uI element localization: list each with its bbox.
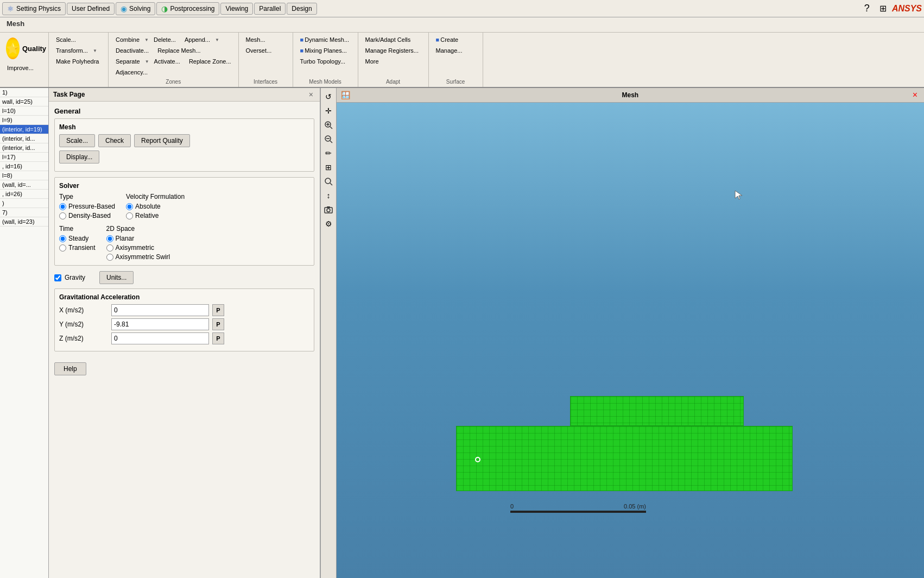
scale-btn[interactable]: Scale... [59,134,95,147]
sidebar-item-9[interactable]: l=8) [0,171,48,180]
x-input[interactable] [111,304,209,316]
make-polyhedra-ribbon-btn[interactable]: Make Polyhedra [52,56,103,66]
mark-adapt-ribbon-btn[interactable]: Mark/Adapt Cells [362,35,425,45]
zoom-out-tool-btn[interactable] [322,133,335,146]
replace-zone-ribbon-btn[interactable]: Replace Zone... [185,56,235,66]
scale-bar-right: 0.05 (m) [624,503,646,510]
append-ribbon-btn[interactable]: Append... [181,35,214,45]
adapt-group-title: Adapt [362,78,425,85]
pressure-based-radio[interactable] [59,203,66,210]
axisymmetric-swirl-radio[interactable] [106,254,113,261]
steady-label: Steady [68,235,88,242]
transient-radio[interactable] [59,244,66,252]
camera-tool-btn[interactable] [322,203,335,216]
units-btn[interactable]: Units... [99,271,134,284]
refresh-tool-btn[interactable]: ↺ [322,90,335,103]
replace-mesh-ribbon-btn[interactable]: Replace Mesh... [154,46,204,55]
user-defined-btn[interactable]: User Defined [67,3,115,15]
help-icon[interactable]: ? [860,3,874,14]
more-ribbon-btn[interactable]: More [362,56,425,66]
planar-radio[interactable] [106,235,113,242]
create-ribbon-btn[interactable]: ■ Create [432,35,479,45]
mesh-viewport-header: 🪟 Mesh × [337,88,924,103]
sidebar-item-0[interactable]: 1) [0,88,48,97]
x-p-btn[interactable]: P [212,304,224,316]
report-quality-btn[interactable]: Report Quality [134,134,190,147]
axisymmetric-radio[interactable] [106,244,113,252]
sidebar-item-6[interactable]: (interior, id... [0,143,48,153]
help-btn[interactable]: Help [54,362,86,375]
mixing-planes-ribbon-btn[interactable]: ■ Mixing Planes... [296,46,355,55]
gravity-checkbox[interactable] [54,274,61,281]
sidebar-item-3[interactable]: l=9) [0,116,48,125]
append-label: Append... [185,36,210,43]
sidebar-item-14[interactable]: (wall, id=23) [0,217,48,227]
density-based-radio[interactable] [59,212,66,219]
design-btn[interactable]: Design [287,3,317,15]
absolute-row: Absolute [126,203,185,210]
setting-physics-btn[interactable]: ⚛ Setting Physics [2,2,66,15]
solving-btn[interactable]: ◉ Solving [116,2,155,15]
manage-ribbon-btn[interactable]: Manage... [432,46,479,55]
mesh-sub-ribbon-btn[interactable]: Mesh... [242,35,289,45]
y-p-btn[interactable]: P [212,318,224,330]
settings-tool-btn[interactable]: ⚙ [322,217,335,230]
sidebar-item-4[interactable]: (interior, id=19) [0,125,48,134]
sidebar-item-12[interactable]: ) [0,199,48,208]
manage-registers-ribbon-btn[interactable]: Manage Registers... [362,46,425,55]
time-col: Time Steady Transient [59,225,96,261]
space-2d-group: Planar Axisymmetric Axisymmetric Swirl [106,235,170,261]
steady-radio[interactable] [59,235,66,242]
parallel-btn[interactable]: Parallel [254,3,286,15]
quality-ribbon-btn[interactable]: ⭐ Quality [3,35,45,62]
sidebar-item-8[interactable]: , id=16) [0,162,48,171]
sidebar-item-13[interactable]: 7) [0,208,48,217]
z-input[interactable] [111,332,209,344]
arrow-tool-btn[interactable]: ↕ [322,189,335,202]
postprocessing-btn[interactable]: ◑ Postprocessing [156,2,219,15]
task-page-close-btn[interactable]: × [307,90,315,99]
type-col: Type Pressure-Based Density-Based [59,193,115,219]
turbo-topology-ribbon-btn[interactable]: Turbo Topology... [296,56,355,66]
y-input[interactable] [111,318,209,330]
manage-registers-label: Manage Registers... [365,47,419,54]
crosshair-tool-btn[interactable]: ✛ [322,104,335,117]
z-p-btn[interactable]: P [212,332,224,344]
check-btn[interactable]: Check [98,134,131,147]
viewing-btn[interactable]: Viewing [220,3,253,15]
combine-ribbon-btn[interactable]: Combine [112,35,143,45]
activate-ribbon-btn[interactable]: Activate... [150,56,184,66]
scale-ribbon-btn[interactable]: Scale... [52,35,80,45]
fit-tool-btn[interactable]: ⊞ [322,161,335,174]
deactivate-ribbon-btn[interactable]: Deactivate... [112,46,153,55]
zoom-in-tool-btn[interactable] [322,118,335,131]
mesh-canvas[interactable]: 0 0.05 (m) [337,103,924,578]
ribbon-top: Mesh [0,17,924,33]
dynamic-mesh-ribbon-btn[interactable]: ■ Dynamic Mesh... [296,35,355,45]
relative-radio[interactable] [126,212,133,219]
sidebar-item-1[interactable]: wall, id=25) [0,97,48,106]
svg-rect-11 [327,206,330,208]
sidebar-item-2[interactable]: l=10) [0,106,48,116]
sidebar-item-5[interactable]: (interior, id... [0,134,48,143]
gravity-z-row: Z (m/s2) P [59,332,309,344]
ribbon-zones-group: Combine ▼ Delete... Append... ▼ Deactiva… [109,33,239,87]
pencil-tool-btn[interactable]: ✏ [322,147,335,160]
adjacency-ribbon-btn[interactable]: Adjacency... [112,67,151,77]
zoom-region-tool-btn[interactable] [322,175,335,188]
sidebar-item-7[interactable]: l=17) [0,153,48,162]
layout-icon[interactable]: ⊞ [875,3,891,14]
display-btn[interactable]: Display... [59,150,99,164]
task-page-title: Task Page [53,91,85,98]
mesh-window-close-btn[interactable]: × [910,90,920,100]
delete-ribbon-btn[interactable]: Delete... [150,35,180,45]
overset-ribbon-btn[interactable]: Overset... [242,46,289,55]
improve-ribbon-btn[interactable]: Improve... [3,63,45,73]
separate-ribbon-btn[interactable]: Separate [112,56,144,66]
gravity-subsection-title: Gravitational Acceleration [59,293,309,301]
absolute-radio[interactable] [126,203,133,210]
sidebar-item-11[interactable]: , id=26) [0,190,48,199]
sidebar-item-10[interactable]: (wall, id=... [0,180,48,190]
transform-ribbon-btn[interactable]: Transform... [52,46,92,55]
space-2d-col: 2D Space Planar Axisymmetric [106,225,170,261]
